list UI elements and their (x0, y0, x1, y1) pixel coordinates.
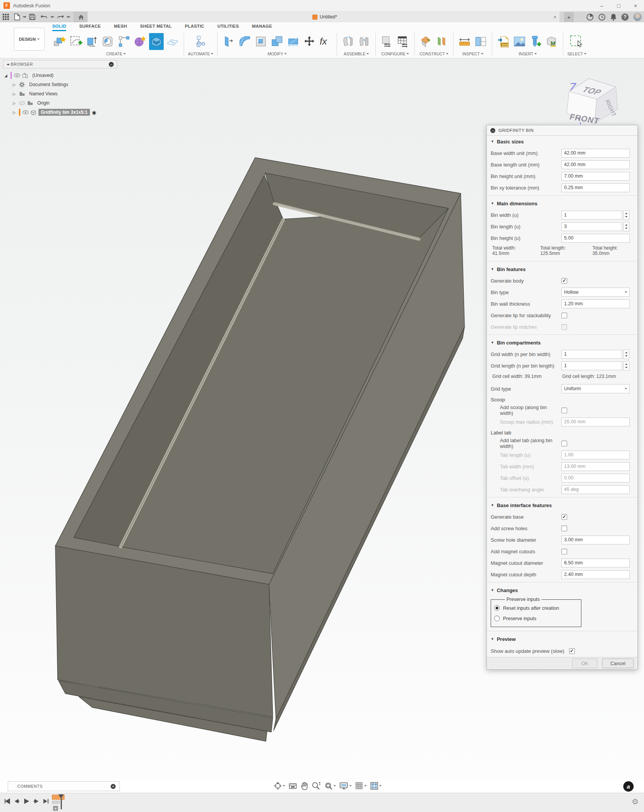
dialog-title-bar[interactable]: – GRIDFINITY BIN (487, 125, 637, 136)
tab-surface[interactable]: SURFACE (79, 24, 101, 31)
undo-caret-icon[interactable] (50, 16, 54, 18)
skip-to-start-button[interactable] (4, 798, 10, 806)
slider-handle-icon[interactable] (58, 794, 64, 799)
visibility-eye-icon[interactable] (22, 109, 28, 115)
zoom-icon[interactable] (312, 782, 321, 790)
timeline-settings-gear-icon[interactable]: ⚙ (632, 797, 639, 806)
combine-icon[interactable] (270, 33, 284, 50)
viewport-canvas[interactable]: ◂◂ BROWSER – ◢ (Unsaved) ▷ Document Sett… (0, 58, 644, 780)
grid-length-stepper[interactable] (623, 361, 629, 371)
browser-header[interactable]: ◂◂ BROWSER – (3, 60, 117, 68)
insert-svg-icon[interactable]: SVG (496, 33, 511, 50)
activate-component-radio-icon[interactable]: ◉ (92, 110, 96, 115)
group-label-inspect[interactable]: INSPECT (462, 52, 483, 56)
extrude-icon[interactable] (85, 33, 99, 50)
bin-height-input[interactable] (561, 234, 630, 243)
origin-label[interactable]: Origin (35, 100, 52, 106)
mesh-surface-icon[interactable] (165, 33, 180, 50)
tab-utilities[interactable]: UTILITIES (217, 24, 239, 31)
play-button[interactable] (23, 798, 30, 806)
job-status-clock-icon[interactable] (598, 13, 606, 21)
close-button[interactable]: × (627, 0, 644, 12)
tab-plastic[interactable]: PLASTIC (185, 24, 204, 31)
viewports-icon[interactable] (370, 782, 382, 790)
maximize-button[interactable]: □ (610, 0, 627, 12)
workspace-selector[interactable]: DESIGN (14, 28, 45, 51)
configuration-icon[interactable] (380, 33, 394, 50)
select-icon[interactable] (569, 33, 584, 50)
cancel-button[interactable]: Cancel (602, 659, 634, 668)
insert-canvas-icon[interactable] (512, 33, 527, 50)
minimize-button[interactable]: – (593, 0, 610, 12)
wall-thickness-input[interactable] (561, 300, 630, 308)
create-form-icon[interactable] (133, 33, 148, 50)
named-views-label[interactable]: Named Views (27, 90, 60, 97)
bin-type-dropdown[interactable]: Hollow (561, 288, 630, 297)
group-label-construct[interactable]: CONSTRUCT (420, 52, 448, 56)
redo-caret-icon[interactable] (66, 16, 70, 18)
ok-button[interactable]: OK (572, 659, 598, 668)
automate-icon[interactable] (193, 33, 208, 50)
timeline-position-slider[interactable] (58, 794, 64, 810)
section-bin-features[interactable]: ▼Bin features (487, 263, 637, 275)
fillet-icon[interactable] (237, 33, 252, 50)
home-tab-button[interactable] (73, 12, 89, 22)
assistant-logo[interactable]: a (623, 781, 634, 792)
expand-icon[interactable]: ▷ (12, 101, 17, 105)
comments-panel[interactable]: COMMENTS + (8, 781, 120, 791)
expand-icon[interactable]: ▷ (12, 83, 17, 87)
gridfinity-bin-command-icon[interactable] (149, 33, 164, 50)
dialog-minimize-icon[interactable]: – (490, 128, 495, 133)
magnet-cutouts-checkbox[interactable]: ✓ (561, 549, 567, 554)
measure-icon[interactable] (457, 33, 472, 50)
group-label-automate[interactable]: AUTOMATE (188, 52, 213, 56)
radio-reset-inputs[interactable]: Reset inputs after creation (494, 603, 578, 613)
orbit-caret-icon[interactable] (283, 785, 285, 787)
new-component-icon[interactable] (52, 33, 67, 50)
insert-fastener-icon[interactable] (528, 33, 543, 50)
pan-hand-icon[interactable] (300, 782, 308, 790)
press-pull-icon[interactable] (221, 33, 236, 50)
base-length-input[interactable] (561, 160, 630, 169)
move-copy-icon[interactable] (302, 33, 317, 50)
expand-icon[interactable]: ▷ (12, 92, 17, 96)
fit-caret-icon[interactable] (334, 785, 336, 787)
user-avatar[interactable] (633, 13, 642, 21)
change-parameters-fx-icon[interactable]: fx (318, 33, 333, 50)
insert-mcmaster-icon[interactable]: M (544, 33, 559, 50)
tree-row-document-settings[interactable]: ▷ Document Settings (3, 80, 117, 89)
file-menu-icon[interactable] (12, 12, 23, 22)
revolve-icon[interactable] (101, 33, 115, 50)
tree-row-named-views[interactable]: ▷ Named Views (3, 89, 117, 98)
screw-diameter-input[interactable] (561, 536, 630, 544)
section-base-interface[interactable]: ▼Base interface features (487, 499, 637, 511)
base-width-input[interactable] (561, 149, 630, 158)
preserve-inputs-radio[interactable] (494, 616, 500, 621)
redo-icon[interactable] (54, 12, 66, 22)
grid-width-stepper[interactable] (623, 349, 629, 359)
configuration-table-icon[interactable] (396, 33, 410, 50)
skip-to-end-button[interactable] (43, 798, 49, 806)
root-label[interactable]: (Unsaved) (30, 72, 56, 79)
grid-length-input[interactable] (561, 361, 622, 370)
bin-height-unit-input[interactable] (561, 172, 630, 181)
section-changes[interactable]: ▼Changes (487, 584, 637, 596)
app-grid-icon[interactable] (0, 12, 12, 22)
timeline-add-group-icon[interactable]: + (53, 806, 58, 811)
group-label-configure[interactable]: CONFIGURE (381, 52, 409, 56)
generate-lip-checkbox[interactable]: ✓ (561, 313, 567, 318)
joint-icon[interactable] (341, 33, 355, 50)
radio-preserve-inputs[interactable]: Preserve inputs (494, 613, 578, 624)
grid-caret-icon[interactable] (364, 785, 367, 787)
construct-offset-plane-icon[interactable] (435, 33, 449, 50)
grid-settings-icon[interactable] (355, 782, 367, 790)
generate-body-checkbox[interactable]: ✓ (561, 278, 567, 284)
save-icon[interactable] (27, 12, 38, 22)
split-body-icon[interactable] (286, 33, 300, 50)
tab-manage[interactable]: MANAGE (252, 24, 272, 31)
tree-row-gridfinity-bin[interactable]: ▷ Gridfinity bin 3x1x5:1 ◉ (3, 108, 117, 117)
generate-base-checkbox[interactable]: ✓ (561, 514, 567, 520)
bin-width-stepper[interactable] (623, 210, 629, 220)
tab-close-icon[interactable]: × (553, 14, 556, 20)
shell-icon[interactable] (254, 33, 268, 50)
